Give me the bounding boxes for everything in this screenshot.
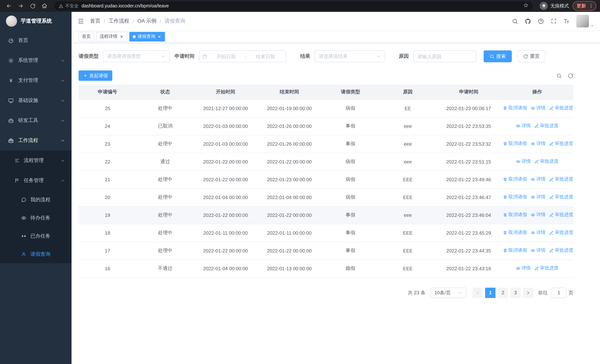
action-detail-link[interactable]: 详情 — [516, 123, 531, 129]
action-detail-link[interactable]: 详情 — [531, 194, 545, 200]
breadcrumb-workflow[interactable]: 工作流程 — [109, 18, 129, 24]
close-icon[interactable] — [157, 34, 162, 39]
action-progress-link[interactable]: 审批进度 — [549, 230, 573, 236]
search-button[interactable]: 搜索 — [484, 50, 512, 62]
prev-page-button[interactable] — [472, 288, 483, 298]
close-icon[interactable] — [119, 34, 124, 39]
refresh-table-icon[interactable] — [568, 73, 573, 78]
action-detail-link[interactable]: 详情 — [531, 247, 545, 254]
font-size-icon[interactable] — [563, 18, 570, 24]
action-progress-link[interactable]: 审批进度 — [549, 141, 573, 147]
cell-id: 20 — [79, 188, 136, 206]
page-size-select[interactable]: 10条/页 — [431, 288, 466, 298]
cell-reason: EEE — [379, 224, 436, 242]
sidebar-item-process-mgmt[interactable]: 流程管理 — [0, 150, 72, 170]
tag-process-detail[interactable]: 流程详情 — [96, 32, 127, 41]
start-date-input[interactable] — [209, 54, 244, 59]
fullscreen-icon[interactable] — [551, 18, 557, 24]
sidebar-item-leave-query[interactable]: 请假查询 — [0, 245, 72, 263]
browser-forward-button[interactable] — [16, 1, 26, 11]
end-date-input[interactable] — [248, 54, 283, 59]
flag-icon — [14, 178, 20, 183]
action-cancel-link[interactable]: 取消请假 — [503, 212, 527, 218]
browser-menu-icon[interactable] — [589, 3, 594, 9]
tag-home[interactable]: 首页 — [79, 32, 94, 41]
action-detail-link[interactable]: 详情 — [531, 212, 545, 218]
leave-type-select[interactable]: 请选择请假类型 — [103, 50, 170, 62]
security-chip[interactable]: 不安全 — [58, 3, 79, 9]
app-logo[interactable]: 芋道管理系统 — [0, 12, 72, 30]
table-row: 23 处理中 2022-01-03 00:00:00 2022-01-26 00… — [79, 135, 573, 153]
sidebar-toggle-button[interactable] — [77, 18, 84, 24]
reset-button[interactable]: 重置 — [517, 50, 545, 62]
url-bar[interactable]: 不安全 dashboard.yudao.iocoder.cn/bpm/oa/le… — [54, 1, 533, 10]
yen-icon: ¥ — [8, 78, 14, 83]
user-menu[interactable] — [576, 15, 594, 28]
trash-icon — [503, 106, 507, 111]
goto-suffix: 页 — [569, 289, 573, 296]
tag-leave-query[interactable]: 请假查询 — [129, 32, 165, 41]
bookmark-star-icon[interactable] — [523, 3, 528, 9]
sidebar-item-todo-tasks[interactable]: 待办任务 — [0, 209, 72, 227]
pagination-total: 共 23 条 — [408, 289, 425, 296]
table-toolbar-icons — [556, 73, 573, 78]
leave-type-label: 请假类型 — [79, 53, 99, 60]
sidebar-item-payment-mgmt[interactable]: ¥ 支付管理 — [0, 70, 72, 90]
action-cancel-link[interactable]: 取消请假 — [503, 247, 527, 254]
github-icon[interactable] — [525, 18, 531, 24]
goto-page-input[interactable] — [552, 288, 566, 298]
action-detail-link[interactable]: 详情 — [531, 141, 545, 147]
next-page-button[interactable] — [523, 288, 533, 298]
action-detail-link[interactable]: 详情 — [531, 105, 545, 111]
browser-update-button[interactable]: 更新 — [572, 1, 596, 11]
action-progress-link[interactable]: 审批进度 — [549, 247, 573, 254]
browser-back-button[interactable] — [4, 1, 14, 11]
search-icon[interactable] — [512, 18, 518, 24]
action-progress-link[interactable]: 审批进度 — [534, 265, 559, 271]
breadcrumb-home[interactable]: 首页 — [90, 18, 100, 24]
cell-status: 处理中 — [136, 135, 194, 153]
toggle-search-icon[interactable] — [556, 73, 562, 78]
action-progress-link[interactable]: 审批进度 — [549, 194, 573, 200]
apply-time-label: 申请时间 — [175, 53, 195, 60]
page-button-1[interactable]: 1 — [485, 288, 496, 298]
action-cancel-link[interactable]: 取消请假 — [503, 176, 527, 183]
help-icon[interactable] — [538, 18, 544, 24]
sidebar-item-done-tasks[interactable]: 已办任务 — [0, 227, 72, 245]
cell-leave-type: 事假 — [321, 135, 379, 153]
action-cancel-link[interactable]: 取消请假 — [503, 105, 527, 111]
action-detail-link[interactable]: 详情 — [516, 159, 531, 165]
reason-input[interactable] — [413, 50, 476, 62]
cell-reason: EEE — [379, 188, 436, 206]
sidebar-item-task-mgmt[interactable]: 任务管理 — [0, 170, 72, 191]
cell-id: 22 — [79, 153, 136, 170]
result-select[interactable]: 请选择流结果 — [315, 50, 385, 62]
page-button-3[interactable]: 3 — [510, 288, 521, 298]
action-progress-link[interactable]: 审批进度 — [549, 176, 573, 183]
action-detail-link[interactable]: 详情 — [531, 230, 545, 236]
action-cancel-link[interactable]: 取消请假 — [503, 230, 527, 236]
action-progress-link[interactable]: 审批进度 — [534, 123, 559, 129]
cell-actions: 取消请假详情审批进度 — [501, 188, 573, 206]
sidebar-item-system-mgmt[interactable]: 系统管理 — [0, 50, 72, 70]
action-cancel-link[interactable]: 取消请假 — [503, 194, 527, 200]
page-button-2[interactable]: 2 — [498, 288, 508, 298]
sidebar-item-infrastructure[interactable]: 基础设施 — [0, 90, 72, 111]
sidebar-item-workflow[interactable]: 工作流程 — [0, 131, 72, 150]
create-leave-button[interactable]: 发起请假 — [79, 70, 112, 81]
user-avatar[interactable] — [576, 15, 589, 28]
sidebar-item-home[interactable]: 首页 — [0, 30, 72, 50]
sidebar-item-dev-tools[interactable]: 研发工具 — [0, 111, 72, 131]
action-progress-link[interactable]: 审批进度 — [534, 159, 559, 165]
action-progress-link[interactable]: 审批进度 — [549, 212, 573, 218]
action-progress-link[interactable]: 审批进度 — [549, 105, 573, 111]
col-header-applied: 申请时间 — [436, 84, 501, 99]
action-detail-link[interactable]: 详情 — [531, 176, 545, 183]
breadcrumb-oa-example[interactable]: OA 示例 — [138, 18, 157, 24]
browser-home-button[interactable] — [39, 1, 50, 11]
browser-reload-button[interactable] — [28, 1, 38, 11]
action-detail-link[interactable]: 详情 — [516, 265, 531, 271]
action-cancel-link[interactable]: 取消请假 — [503, 141, 527, 147]
apply-time-range-picker[interactable]: - — [199, 50, 286, 62]
sidebar-item-my-processes[interactable]: 我的流程 — [0, 191, 72, 209]
